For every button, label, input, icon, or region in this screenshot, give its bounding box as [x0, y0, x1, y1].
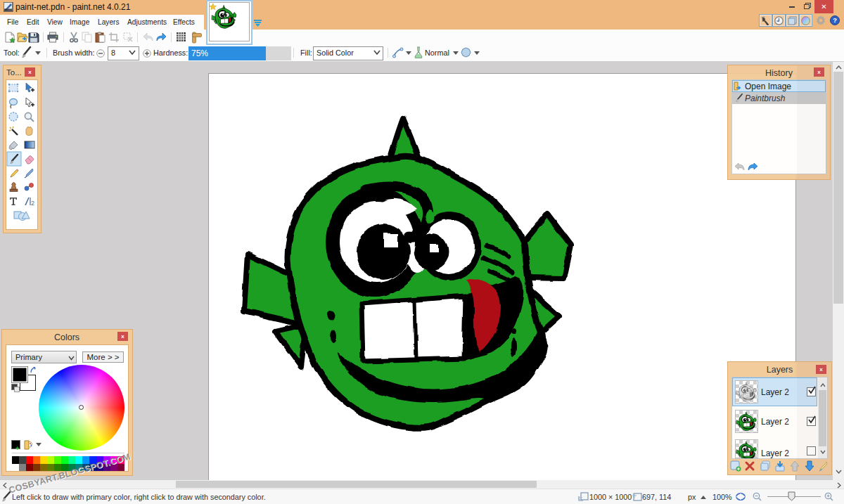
svg-text:2: 2 — [31, 200, 34, 207]
svg-text:?: ? — [833, 17, 837, 24]
